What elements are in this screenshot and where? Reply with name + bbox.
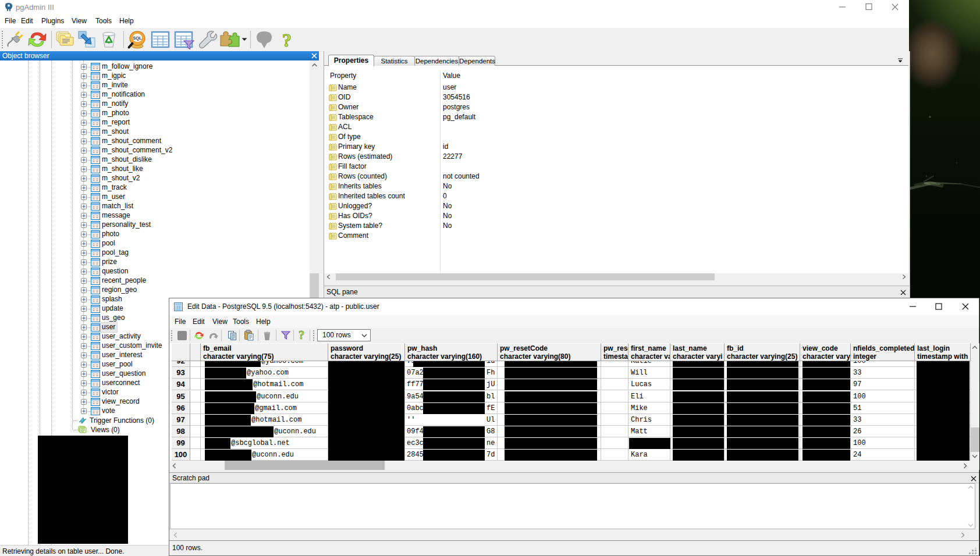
svg-text:SQL: SQL bbox=[133, 35, 142, 41]
svg-text:?: ? bbox=[282, 30, 292, 51]
svg-text:?: ? bbox=[299, 329, 304, 341]
